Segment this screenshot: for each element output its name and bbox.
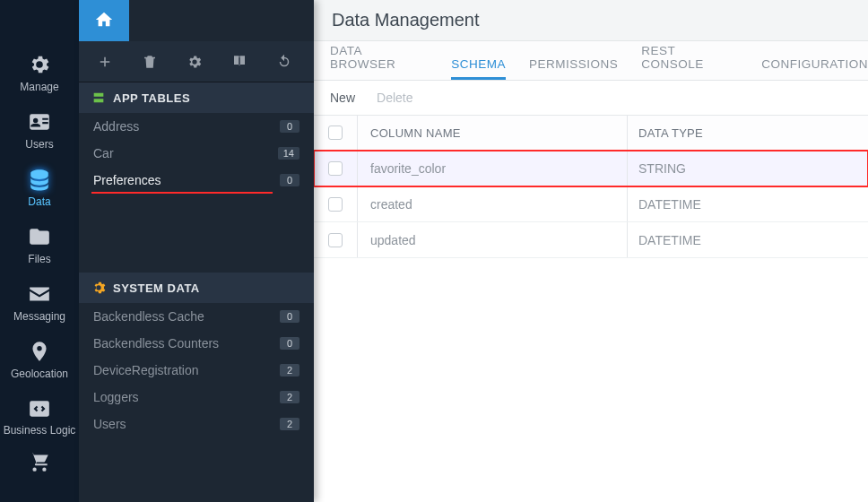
- count-badge: 14: [278, 147, 299, 160]
- docs-button[interactable]: [230, 52, 249, 72]
- system-data-heading: SYSTEM DATA: [79, 273, 314, 303]
- rail-label: Data: [28, 195, 50, 208]
- code-icon: [28, 396, 51, 421]
- home-button[interactable]: [79, 0, 129, 41]
- count-badge: 2: [280, 364, 299, 376]
- schema-row[interactable]: updated DATETIME: [314, 222, 868, 258]
- system-data-heading-text: SYSTEM DATA: [113, 281, 200, 295]
- table-name: DeviceRegistration: [93, 363, 199, 377]
- tabs-row: DATA BROWSER SCHEMA PERMISSIONS REST CON…: [314, 41, 868, 81]
- rail-item-messaging[interactable]: Messaging: [0, 274, 79, 332]
- settings-table-button[interactable]: [185, 52, 204, 72]
- tab-rest-console[interactable]: REST CONSOLE: [641, 44, 738, 80]
- schema-grid-header: COLUMN NAME DATA TYPE: [314, 115, 868, 151]
- column-name-header: COLUMN NAME: [358, 126, 627, 140]
- refresh-button[interactable]: [274, 52, 294, 72]
- row-checkbox[interactable]: [328, 197, 343, 212]
- data-type-header: DATA TYPE: [628, 126, 868, 140]
- count-badge: 0: [280, 310, 299, 323]
- home-icon: [94, 10, 114, 32]
- rail-item-business-logic[interactable]: Business Logic: [0, 389, 79, 446]
- tab-data-browser[interactable]: DATA BROWSER: [330, 44, 428, 80]
- rail-item-cart[interactable]: [0, 446, 79, 483]
- folder-icon: [28, 224, 51, 249]
- column-name-cell: favorite_color: [358, 161, 627, 176]
- system-table-item[interactable]: Backendless Cache 0: [79, 303, 314, 330]
- table-name: Car: [93, 146, 114, 160]
- rail-label: Messaging: [13, 310, 65, 323]
- rail-label: Business Logic: [4, 425, 76, 437]
- app-table-item[interactable]: Car 14: [79, 140, 314, 167]
- count-badge: 2: [280, 391, 299, 403]
- system-table-item[interactable]: DeviceRegistration 2: [79, 357, 314, 384]
- table-name: Backendless Cache: [93, 309, 204, 324]
- schema-actions: New Delete: [314, 81, 868, 115]
- row-checkbox[interactable]: [328, 161, 343, 176]
- cart-icon: [28, 449, 51, 474]
- select-all-checkbox[interactable]: [328, 126, 343, 140]
- page-title-bar: Data Management: [314, 0, 868, 41]
- data-type-cell: DATETIME: [628, 197, 868, 212]
- rail-label: Manage: [20, 81, 58, 93]
- table-name: Loggers: [93, 390, 139, 404]
- database-icon: [28, 167, 51, 192]
- tab-schema[interactable]: SCHEMA: [451, 57, 506, 80]
- add-table-button[interactable]: [95, 52, 115, 72]
- map-pin-icon: [28, 339, 51, 364]
- rail-item-files[interactable]: Files: [0, 217, 79, 274]
- page-title: Data Management: [332, 10, 480, 30]
- rail-label: Files: [28, 253, 50, 265]
- nav-rail: Manage Users Data Files Messaging Geoloc…: [0, 0, 79, 502]
- system-table-item[interactable]: Users 2: [79, 411, 314, 437]
- id-card-icon: [28, 109, 51, 134]
- rail-item-users[interactable]: Users: [0, 102, 79, 160]
- rail-label: Users: [25, 138, 53, 151]
- table-name: Backendless Counters: [93, 336, 219, 351]
- data-type-cell: STRING: [628, 161, 868, 176]
- rail-item-manage[interactable]: Manage: [0, 45, 79, 102]
- delete-table-button[interactable]: [140, 52, 160, 72]
- app-table-item[interactable]: Address 0: [79, 113, 314, 140]
- count-badge: 0: [280, 337, 299, 350]
- column-name-cell: created: [358, 197, 627, 212]
- count-badge: 0: [280, 120, 299, 133]
- tab-permissions[interactable]: PERMISSIONS: [529, 57, 618, 80]
- table-name: Preferences: [93, 173, 161, 187]
- data-type-cell: DATETIME: [628, 233, 868, 247]
- rail-item-geolocation[interactable]: Geolocation: [0, 332, 79, 389]
- system-tables-list: Backendless Cache 0 Backendless Counters…: [79, 303, 314, 437]
- delete-column-button[interactable]: Delete: [377, 91, 412, 105]
- system-table-item[interactable]: Backendless Counters 0: [79, 330, 314, 357]
- table-name: Address: [93, 119, 139, 134]
- app-tables-heading-text: APP TABLES: [113, 91, 190, 105]
- system-table-item[interactable]: Loggers 2: [79, 384, 314, 411]
- tab-configuration[interactable]: CONFIGURATION: [761, 57, 868, 80]
- schema-row[interactable]: created DATETIME: [314, 186, 868, 222]
- new-column-button[interactable]: New: [330, 91, 355, 105]
- app-tables-heading: APP TABLES: [79, 82, 314, 113]
- envelope-icon: [28, 281, 51, 307]
- count-badge: 0: [280, 174, 299, 186]
- tables-toolbar: [79, 41, 314, 82]
- table-name: Users: [93, 417, 126, 431]
- gear-icon: [28, 52, 51, 77]
- server-icon: [91, 91, 106, 105]
- rail-item-data[interactable]: Data: [0, 160, 79, 217]
- cog-small-icon: [91, 281, 106, 295]
- schema-row-highlighted[interactable]: favorite_color STRING: [314, 151, 868, 186]
- column-name-cell: updated: [358, 233, 627, 247]
- main-panel: Data Management DATA BROWSER SCHEMA PERM…: [314, 0, 868, 502]
- row-checkbox[interactable]: [328, 233, 343, 247]
- app-table-item-selected[interactable]: Preferences 0: [79, 167, 314, 194]
- count-badge: 2: [280, 418, 299, 430]
- tables-panel: APP TABLES Address 0 Car 14 Preferences …: [79, 0, 314, 502]
- rail-label: Geolocation: [11, 368, 68, 380]
